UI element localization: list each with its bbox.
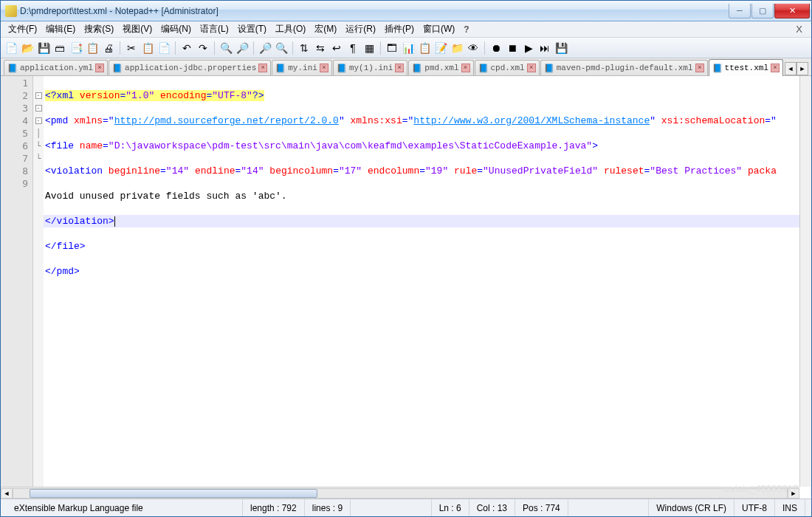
tab-my1-ini[interactable]: 📘my(1).ini×: [333, 60, 407, 75]
status-encoding[interactable]: UTF-8: [734, 499, 775, 516]
tab-close-icon[interactable]: ×: [527, 64, 536, 72]
menu-settings[interactable]: 设置(T): [233, 21, 271, 37]
line-number: 4: [1, 114, 28, 127]
tab-ttest-xml[interactable]: 📘ttest.xml×: [709, 59, 783, 76]
horizontal-scrollbar[interactable]: ◄ ►: [1, 487, 799, 499]
sync-v-icon[interactable]: ⇅: [297, 41, 312, 55]
replace-icon[interactable]: 🔎: [235, 41, 250, 55]
tab-bar: 📘application.yml× 📘application-jdbc.prop…: [1, 58, 811, 76]
tab-close-icon[interactable]: ×: [258, 64, 267, 72]
code-line[interactable]: </pmd>: [44, 265, 811, 278]
tab-pmd-xml[interactable]: 📘pmd.xml×: [408, 60, 473, 75]
save-macro-icon[interactable]: 💾: [554, 41, 568, 55]
undo-icon[interactable]: ↶: [179, 41, 194, 55]
vertical-scrollbar[interactable]: [799, 76, 811, 487]
tab-close-icon[interactable]: ×: [320, 64, 328, 72]
menu-plugins[interactable]: 插件(P): [380, 21, 419, 37]
status-eol[interactable]: Windows (CR LF): [649, 499, 734, 516]
tab-nav: ◄ ►: [785, 62, 808, 75]
tab-label: my(1).ini: [349, 64, 393, 72]
menu-edit[interactable]: 编辑(E): [41, 21, 80, 37]
cut-icon[interactable]: ✂: [124, 41, 139, 55]
tab-application-jdbc[interactable]: 📘application-jdbc.properties×: [109, 60, 271, 75]
tab-close-icon[interactable]: ×: [95, 64, 104, 72]
menu-macro[interactable]: 宏(M): [310, 21, 341, 37]
tab-application-yml[interactable]: 📘application.yml×: [4, 60, 108, 75]
close-all-icon[interactable]: 📋: [85, 41, 100, 55]
menu-tools[interactable]: 工具(O): [271, 21, 310, 37]
find-icon[interactable]: 🔍: [219, 41, 233, 55]
doc-map-icon[interactable]: 📊: [401, 41, 416, 55]
menu-language[interactable]: 语言(L): [196, 21, 233, 37]
editor-area[interactable]: 1 2 3 4 5 6 7 8 9 - - - │ └ └ <?xml vers…: [1, 76, 811, 487]
scrollbar-track[interactable]: [13, 488, 788, 499]
menu-view[interactable]: 视图(V): [118, 21, 156, 37]
status-insert-mode[interactable]: INS: [775, 499, 805, 516]
scroll-left-icon[interactable]: ◄: [1, 488, 13, 499]
fold-toggle-icon[interactable]: -: [35, 92, 42, 99]
open-file-icon[interactable]: 📂: [20, 41, 35, 55]
close-button[interactable]: ✕: [774, 4, 810, 18]
close-file-icon[interactable]: 📑: [69, 41, 83, 55]
show-all-icon[interactable]: ¶: [345, 41, 360, 55]
menu-search[interactable]: 搜索(S): [80, 21, 118, 37]
redo-icon[interactable]: ↷: [196, 41, 210, 55]
minimize-button[interactable]: ─: [729, 4, 751, 18]
tab-close-icon[interactable]: ×: [771, 64, 780, 72]
fold-toggle-icon[interactable]: -: [35, 105, 42, 112]
tab-maven-pmd-plugin[interactable]: 📘maven-pmd-plugin-default.xml×: [540, 60, 708, 75]
tab-label: my.ini: [288, 64, 317, 72]
scrollbar-thumb[interactable]: [30, 489, 317, 498]
tab-cpd-xml[interactable]: 📘cpd.xml×: [475, 60, 540, 75]
menu-close-x[interactable]: X: [791, 22, 808, 36]
maximize-button[interactable]: ▢: [751, 4, 774, 18]
zoom-in-icon[interactable]: 🔎: [258, 41, 272, 55]
status-spacer: [351, 499, 432, 516]
code-line[interactable]: <?xml version="1.0" encoding="UTF-8"?>: [44, 89, 811, 102]
code-line[interactable]: [44, 290, 811, 303]
tab-scroll-left-icon[interactable]: ◄: [785, 62, 796, 75]
tab-close-icon[interactable]: ×: [461, 64, 470, 72]
code-line-current[interactable]: </violation>: [44, 215, 811, 227]
fold-toggle-icon[interactable]: -: [35, 117, 42, 124]
menu-window[interactable]: 窗口(W): [419, 21, 459, 37]
indent-guide-icon[interactable]: ▦: [362, 41, 376, 55]
sync-h-icon[interactable]: ⇆: [313, 41, 328, 55]
menu-file[interactable]: 文件(F): [4, 21, 41, 37]
code-line[interactable]: <pmd xmlns="http://pmd.sourceforge.net/r…: [44, 114, 811, 127]
tab-close-icon[interactable]: ×: [695, 64, 704, 72]
func-list-icon[interactable]: 📝: [433, 41, 448, 55]
menu-help[interactable]: ?: [459, 23, 473, 36]
tab-my-ini[interactable]: 📘my.ini×: [272, 60, 332, 75]
tab-scroll-right-icon[interactable]: ►: [796, 62, 808, 75]
play-multi-icon[interactable]: ⏭: [537, 41, 552, 55]
menu-encoding[interactable]: 编码(N): [156, 21, 196, 37]
stop-icon[interactable]: ⏹: [505, 41, 520, 55]
print-icon[interactable]: 🖨: [101, 41, 116, 55]
line-number: 7: [1, 152, 28, 165]
udl-icon[interactable]: 🗔: [385, 41, 399, 55]
code-line[interactable]: <violation beginline="14" endline="14" b…: [44, 165, 811, 177]
code-line[interactable]: <file name="D:\javaworkspace\pdm-test\sr…: [44, 140, 811, 152]
zoom-out-icon[interactable]: 🔍: [274, 41, 289, 55]
wrap-icon[interactable]: ↩: [329, 41, 344, 55]
save-all-icon[interactable]: 🗃: [52, 41, 67, 55]
monitor-icon[interactable]: 👁: [466, 41, 481, 55]
menu-run[interactable]: 运行(R): [341, 21, 380, 37]
code-line[interactable]: Avoid unused private fields such as 'abc…: [44, 190, 811, 202]
code-line[interactable]: </file>: [44, 240, 811, 253]
paste-icon[interactable]: 📄: [156, 41, 171, 55]
code-area[interactable]: <?xml version="1.0" encoding="UTF-8"?> <…: [44, 76, 811, 487]
scroll-right-icon[interactable]: ►: [788, 488, 799, 499]
new-file-icon[interactable]: 📄: [4, 41, 18, 55]
copy-icon[interactable]: 📋: [140, 41, 155, 55]
play-icon[interactable]: ▶: [521, 41, 536, 55]
status-language: eXtensible Markup Language file: [7, 499, 243, 516]
tab-label: maven-pmd-plugin-default.xml: [557, 64, 693, 72]
record-icon[interactable]: ⏺: [489, 41, 503, 55]
save-icon[interactable]: 💾: [36, 41, 51, 55]
tab-close-icon[interactable]: ×: [395, 64, 404, 72]
toolbar: 📄 📂 💾 🗃 📑 📋 🖨 ✂ 📋 📄 ↶ ↷ 🔍 🔎 🔎 🔍 ⇅ ⇆ ↩ ¶ …: [1, 38, 811, 58]
folder-icon[interactable]: 📁: [450, 41, 464, 55]
doc-list-icon[interactable]: 📋: [417, 41, 432, 55]
